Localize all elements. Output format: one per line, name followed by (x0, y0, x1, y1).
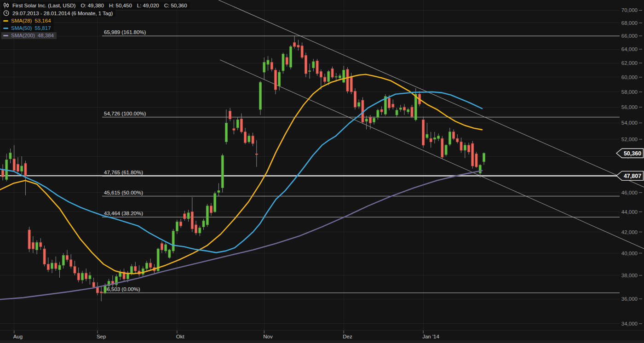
candle (221, 154, 224, 192)
low-value: L: 49,020 (137, 3, 159, 8)
svg-text:66,000: 66,000 (621, 33, 638, 39)
clock-icon (3, 10, 9, 16)
svg-text:44,000: 44,000 (621, 209, 638, 215)
svg-text:70,000: 70,000 (621, 7, 638, 13)
svg-text:58,000: 58,000 (621, 89, 638, 95)
legend-value: 53,164 (34, 18, 51, 23)
legend-value: 48,384 (38, 33, 54, 38)
bottom-strip (0, 340, 644, 343)
close-value: C: 50,360 (164, 3, 187, 8)
svg-text:34,000: 34,000 (621, 321, 638, 326)
legend-item-sma50[interactable]: SMA(50) 55,817 (1, 25, 54, 32)
candle (445, 144, 447, 156)
instrument-name: First Solar Inc. (Last, USD) (12, 3, 75, 8)
chart-header: First Solar Inc. (Last, USD) O: 49,380 H… (1, 2, 190, 40)
svg-text:54,000: 54,000 (621, 120, 638, 126)
svg-text:38,000: 38,000 (621, 273, 638, 278)
candle (475, 152, 477, 168)
candle (422, 116, 425, 148)
legend-label: SMA(50) (11, 25, 32, 31)
candle (441, 136, 443, 159)
candle (206, 204, 208, 227)
chart-canvas[interactable]: 65,989 (161.80%)54,726 (100.00%)47,765 (… (0, 0, 644, 343)
sma28-color-swatch (3, 20, 8, 22)
sma200-color-swatch (3, 35, 8, 36)
price-badge-support-level: 47,807 (616, 171, 644, 180)
svg-text:Jan '14: Jan '14 (422, 334, 439, 339)
svg-text:47,807: 47,807 (624, 173, 641, 179)
svg-text:60,000: 60,000 (621, 74, 638, 80)
date-range-row: 29.07.2013 - 28.01.2014 (6 Monate, 1 Tag… (1, 10, 115, 17)
svg-text:62,000: 62,000 (621, 60, 638, 66)
svg-text:50,360: 50,360 (624, 150, 641, 157)
candle (384, 94, 386, 116)
svg-text:43,464 (38.20%): 43,464 (38.20%) (104, 211, 143, 216)
svg-text:47,765 (61.80%): 47,765 (61.80%) (104, 170, 143, 175)
svg-text:45,615 (50.00%): 45,615 (50.00%) (104, 190, 143, 195)
candle (362, 97, 364, 124)
price-badge-last-price: 50,360 (616, 149, 644, 158)
svg-text:36,503 (0.00%): 36,503 (0.00%) (104, 286, 140, 292)
svg-text:Nov: Nov (263, 334, 273, 339)
candle (168, 249, 171, 258)
legend-label: SMA(28) (11, 18, 32, 23)
candle (43, 246, 46, 266)
open-value: O: 49,380 (80, 3, 104, 8)
svg-text:Dez: Dez (343, 334, 352, 339)
svg-text:46,000: 46,000 (621, 190, 638, 195)
date-range: 29.07.2013 - 28.01.2014 (6 Monate, 1 Tag… (12, 11, 113, 16)
high-value: H: 50,450 (109, 3, 132, 8)
legend-label: SMA(200) (11, 33, 35, 38)
candle (472, 141, 474, 169)
candle (305, 52, 307, 77)
candle (346, 67, 349, 93)
svg-text:42,000: 42,000 (621, 229, 638, 235)
svg-text:Okt: Okt (176, 334, 185, 339)
candlestick-icon (3, 2, 9, 8)
svg-text:Sep: Sep (97, 334, 106, 339)
svg-text:68,000: 68,000 (621, 20, 638, 26)
svg-text:54,726 (100.00%): 54,726 (100.00%) (104, 111, 146, 116)
candle (282, 52, 284, 74)
svg-text:56,000: 56,000 (621, 104, 638, 110)
chart-window: 65,989 (161.80%)54,726 (100.00%)47,765 (… (0, 0, 644, 343)
svg-text:36,000: 36,000 (621, 296, 638, 302)
candle (172, 229, 174, 253)
sma50-color-swatch (3, 28, 8, 29)
legend-item-sma200[interactable]: SMA(200) 48,384 (1, 32, 57, 39)
svg-text:52,000: 52,000 (621, 137, 638, 142)
svg-text:Aug: Aug (13, 334, 23, 339)
legend-item-sma28[interactable]: SMA(28) 53,164 (1, 17, 54, 24)
svg-text:40,000: 40,000 (621, 251, 638, 256)
instrument-row: First Solar Inc. (Last, USD) O: 49,380 H… (1, 2, 190, 9)
svg-text:64,000: 64,000 (621, 46, 638, 52)
candle (28, 227, 30, 252)
legend-value: 55,817 (34, 25, 51, 31)
candle (289, 45, 292, 69)
candle (354, 88, 356, 109)
candle (316, 59, 318, 76)
candle (214, 192, 216, 213)
